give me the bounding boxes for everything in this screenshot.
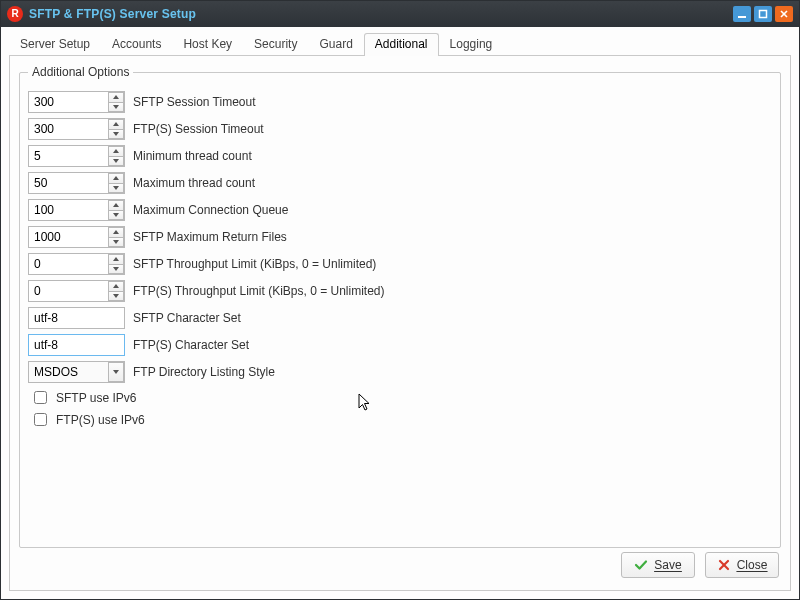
tab-additional[interactable]: Additional	[364, 33, 439, 56]
sftp-charset-input[interactable]	[28, 307, 125, 329]
chevron-down-icon[interactable]	[108, 362, 124, 382]
group-legend: Additional Options	[28, 65, 133, 79]
app-icon: R	[7, 6, 23, 22]
spin-down-icon[interactable]	[108, 237, 124, 248]
ftps-throughput-label: FTP(S) Throughput Limit (KiBps, 0 = Unli…	[133, 284, 385, 298]
sftp-throughput-label: SFTP Throughput Limit (KiBps, 0 = Unlimi…	[133, 257, 376, 271]
spin-up-icon[interactable]	[108, 281, 124, 291]
sftp-max-return-spinner[interactable]	[28, 226, 125, 248]
dialog-footer: Save Close	[19, 548, 781, 584]
ftps-session-timeout-label: FTP(S) Session Timeout	[133, 122, 264, 136]
tab-bar: Server Setup Accounts Host Key Security …	[9, 33, 791, 56]
tab-guard[interactable]: Guard	[308, 33, 363, 56]
minimize-button[interactable]	[733, 6, 751, 22]
svg-rect-1	[760, 11, 767, 18]
tab-server-setup[interactable]: Server Setup	[9, 33, 101, 56]
close-button[interactable]: Close	[705, 552, 779, 578]
additional-options-group: Additional Options SFTP Session Timeout …	[19, 65, 781, 548]
window-controls	[733, 6, 793, 22]
max-conn-queue-label: Maximum Connection Queue	[133, 203, 288, 217]
sftp-throughput-spinner[interactable]	[28, 253, 125, 275]
spin-up-icon[interactable]	[108, 173, 124, 183]
sftp-ipv6-label: SFTP use IPv6	[56, 391, 136, 405]
close-icon	[717, 558, 731, 572]
spin-up-icon[interactable]	[108, 119, 124, 129]
ftps-ipv6-label: FTP(S) use IPv6	[56, 413, 145, 427]
title-bar[interactable]: R SFTP & FTP(S) Server Setup	[1, 1, 799, 27]
spin-down-icon[interactable]	[108, 102, 124, 113]
app-window: R SFTP & FTP(S) Server Setup Server Setu…	[0, 0, 800, 600]
sftp-session-timeout-spinner[interactable]	[28, 91, 125, 113]
max-threads-spinner[interactable]	[28, 172, 125, 194]
spin-down-icon[interactable]	[108, 210, 124, 221]
window-title: SFTP & FTP(S) Server Setup	[29, 7, 196, 21]
sftp-charset-label: SFTP Character Set	[133, 311, 241, 325]
tab-host-key[interactable]: Host Key	[172, 33, 243, 56]
spin-down-icon[interactable]	[108, 183, 124, 194]
tab-logging[interactable]: Logging	[439, 33, 504, 56]
ftps-session-timeout-spinner[interactable]	[28, 118, 125, 140]
maximize-button[interactable]	[754, 6, 772, 22]
sftp-ipv6-checkbox[interactable]: SFTP use IPv6	[30, 388, 772, 407]
max-threads-label: Maximum thread count	[133, 176, 255, 190]
spin-up-icon[interactable]	[108, 200, 124, 210]
save-button-label: Save	[654, 558, 681, 572]
sftp-max-return-label: SFTP Maximum Return Files	[133, 230, 287, 244]
max-conn-queue-spinner[interactable]	[28, 199, 125, 221]
min-threads-label: Minimum thread count	[133, 149, 252, 163]
tab-security[interactable]: Security	[243, 33, 308, 56]
ftps-throughput-spinner[interactable]	[28, 280, 125, 302]
check-icon	[634, 558, 648, 572]
svg-rect-0	[738, 16, 746, 18]
spin-down-icon[interactable]	[108, 291, 124, 302]
tab-accounts[interactable]: Accounts	[101, 33, 172, 56]
ftps-charset-label: FTP(S) Character Set	[133, 338, 249, 352]
spin-down-icon[interactable]	[108, 129, 124, 140]
ftp-dirstyle-label: FTP Directory Listing Style	[133, 365, 275, 379]
ftp-dirstyle-combo[interactable]	[28, 361, 125, 383]
ftps-ipv6-checkbox[interactable]: FTP(S) use IPv6	[30, 410, 772, 429]
close-window-button[interactable]	[775, 6, 793, 22]
sftp-session-timeout-label: SFTP Session Timeout	[133, 95, 256, 109]
spin-up-icon[interactable]	[108, 227, 124, 237]
spin-down-icon[interactable]	[108, 264, 124, 275]
save-button[interactable]: Save	[621, 552, 695, 578]
spin-down-icon[interactable]	[108, 156, 124, 167]
client-area: Server Setup Accounts Host Key Security …	[1, 27, 799, 599]
ftps-ipv6-input[interactable]	[34, 413, 47, 426]
spin-up-icon[interactable]	[108, 92, 124, 102]
ftps-charset-input[interactable]	[28, 334, 125, 356]
tab-panel: Additional Options SFTP Session Timeout …	[9, 56, 791, 591]
min-threads-spinner[interactable]	[28, 145, 125, 167]
spin-up-icon[interactable]	[108, 146, 124, 156]
sftp-ipv6-input[interactable]	[34, 391, 47, 404]
close-button-label: Close	[737, 558, 768, 572]
spin-up-icon[interactable]	[108, 254, 124, 264]
